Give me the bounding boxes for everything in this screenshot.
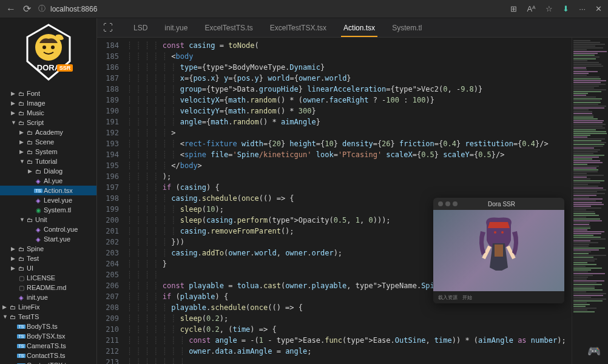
- tree-item-system-tl[interactable]: ◉System.tl: [0, 205, 96, 215]
- app-icon[interactable]: ⊞: [510, 4, 517, 13]
- preview-start-btn[interactable]: 开始: [462, 294, 472, 301]
- tree-item-script[interactable]: ▼🗀Script: [0, 118, 96, 127]
- tree-item-bodyts-ts[interactable]: TSBodyTS.ts: [0, 322, 96, 331]
- refresh-button[interactable]: ⟳: [23, 3, 31, 15]
- window-dot[interactable]: [438, 201, 443, 206]
- tab-action-tsx[interactable]: Action.tsx: [335, 18, 383, 37]
- tab-exceltesttsx-tsx[interactable]: ExcelTestTSX.tsx: [262, 18, 335, 37]
- tree-item-scene[interactable]: ▶🗀Scene: [0, 137, 96, 147]
- info-icon[interactable]: ⓘ: [38, 4, 46, 14]
- svg-point-2: [51, 46, 55, 49]
- tree-item-unit[interactable]: ▼🗀Unit: [0, 215, 96, 224]
- expand-icon[interactable]: ⛶: [103, 22, 113, 33]
- dora-ssr-logo: DORA SSR: [18, 22, 79, 83]
- tab-system-tl[interactable]: System.tl: [383, 18, 430, 37]
- tree-item-action-tsx[interactable]: TSAction.tsx: [0, 186, 96, 195]
- tree-item-dialog[interactable]: ▶🗀Dialog: [0, 166, 96, 176]
- tree-item-image[interactable]: ▶🗀Image: [0, 98, 96, 108]
- download-icon[interactable]: ⬇: [562, 4, 569, 13]
- tree-item-contacttsx-tsx[interactable]: TSContactTSX.tsx: [0, 360, 96, 364]
- tree-item-linefix[interactable]: ▶🗀LineFix: [0, 302, 96, 312]
- tab-exceltestts-ts[interactable]: ExcelTestTS.ts: [196, 18, 261, 37]
- tree-item-tutorial[interactable]: ▼🗀Tutorial: [0, 157, 96, 166]
- tree-item-ui[interactable]: ▶🗀UI: [0, 263, 96, 273]
- tree-item-camerats-ts[interactable]: TSCameraTS.ts: [0, 341, 96, 351]
- file-tree-sidebar: DORA SSR ▶🗀Font▶🗀Image▶🗀Music▼🗀Script▶🗀A…: [0, 18, 97, 364]
- preview-window[interactable]: Dora SSR 载入资源 开始: [433, 198, 564, 303]
- preview-viewport[interactable]: [433, 210, 564, 291]
- tree-item-academy[interactable]: ▶🗀Academy: [0, 127, 96, 137]
- tree-item-init-yue[interactable]: ◈init.yue: [0, 292, 96, 302]
- preview-load-btn[interactable]: 载入资源: [438, 294, 458, 301]
- tree-item-bodytsx-tsx[interactable]: TSBodyTSX.tsx: [0, 331, 96, 341]
- url-text[interactable]: localhost:8866: [50, 5, 97, 13]
- svg-text:DORA: DORA: [36, 63, 60, 72]
- preview-title: Dora SSR: [488, 201, 559, 207]
- svg-point-7: [494, 231, 496, 234]
- favorite-icon[interactable]: ☆: [546, 4, 553, 13]
- tree-item-system[interactable]: ▶🗀System: [0, 147, 96, 157]
- tree-item-testts[interactable]: ▼🗀TestTS: [0, 312, 96, 322]
- tree-item-test[interactable]: ▶🗀Test: [0, 254, 96, 263]
- tree-item-start-yue[interactable]: ◈Start.yue: [0, 234, 96, 244]
- window-dot[interactable]: [453, 201, 458, 206]
- tree-item-readme-md[interactable]: ▢README.md: [0, 283, 96, 292]
- editor-tabs: ⛶ LSDinit.yueExcelTestTS.tsExcelTestTSX.…: [97, 18, 608, 38]
- tree-item-music[interactable]: ▶🗀Music: [0, 108, 96, 118]
- tab-lsd[interactable]: LSD: [125, 18, 156, 37]
- tree-item-spine[interactable]: ▶🗀Spine: [0, 244, 96, 254]
- svg-point-1: [42, 46, 46, 49]
- window-dot[interactable]: [445, 201, 450, 206]
- text-size-icon[interactable]: Aᴬ: [527, 4, 536, 13]
- tree-item-license[interactable]: ▢LICENSE: [0, 273, 96, 283]
- tree-item-contactts-ts[interactable]: TSContactTS.ts: [0, 351, 96, 360]
- tree-item-level-yue[interactable]: ◈Level.yue: [0, 195, 96, 205]
- svg-text:SSR: SSR: [59, 65, 70, 71]
- tab-init-yue[interactable]: init.yue: [156, 18, 196, 37]
- browser-toolbar: ← ⟳ ⓘ localhost:8866 ⊞ Aᴬ ☆ ⬇ ··· ✕: [0, 0, 608, 18]
- tree-item-ai-yue[interactable]: ◈AI.yue: [0, 176, 96, 186]
- tree-item-font[interactable]: ▶🗀Font: [0, 89, 96, 98]
- more-icon[interactable]: ···: [579, 4, 586, 13]
- line-numbers: 1841851861871881891901911921931941951961…: [97, 38, 127, 364]
- tree-item-control-yue[interactable]: ◈Control.yue: [0, 224, 96, 234]
- minimap[interactable]: [572, 38, 608, 364]
- svg-point-8: [501, 231, 504, 234]
- svg-rect-9: [495, 244, 503, 257]
- back-button[interactable]: ←: [6, 4, 16, 15]
- close-icon[interactable]: ✕: [595, 4, 602, 13]
- gamepad-icon[interactable]: 🎮: [587, 345, 601, 358]
